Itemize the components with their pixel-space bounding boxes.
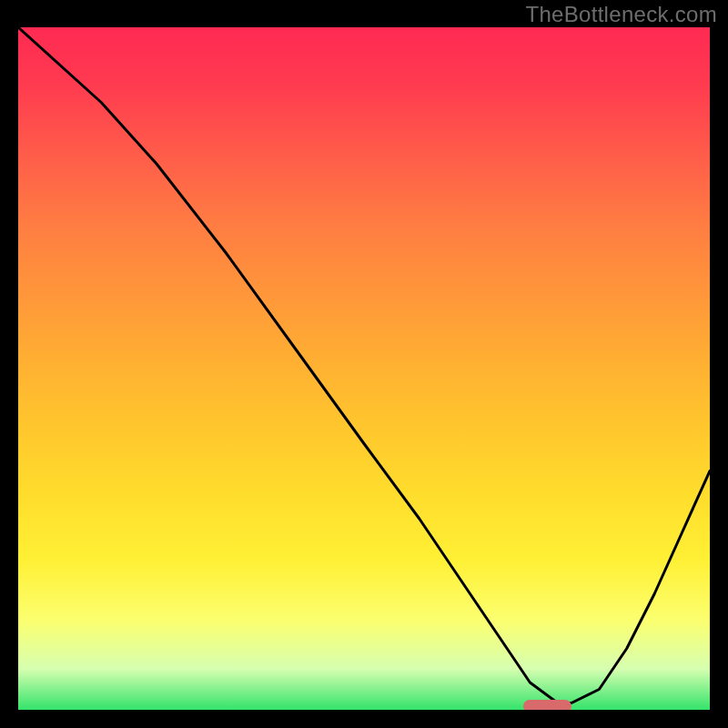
plot-area	[18, 27, 710, 710]
optimal-marker	[523, 700, 571, 710]
bottleneck-curve	[18, 27, 710, 710]
watermark-text: TheBottleneck.com	[525, 2, 717, 27]
curve-path	[18, 27, 710, 703]
chart-frame: TheBottleneck.com	[0, 0, 728, 728]
